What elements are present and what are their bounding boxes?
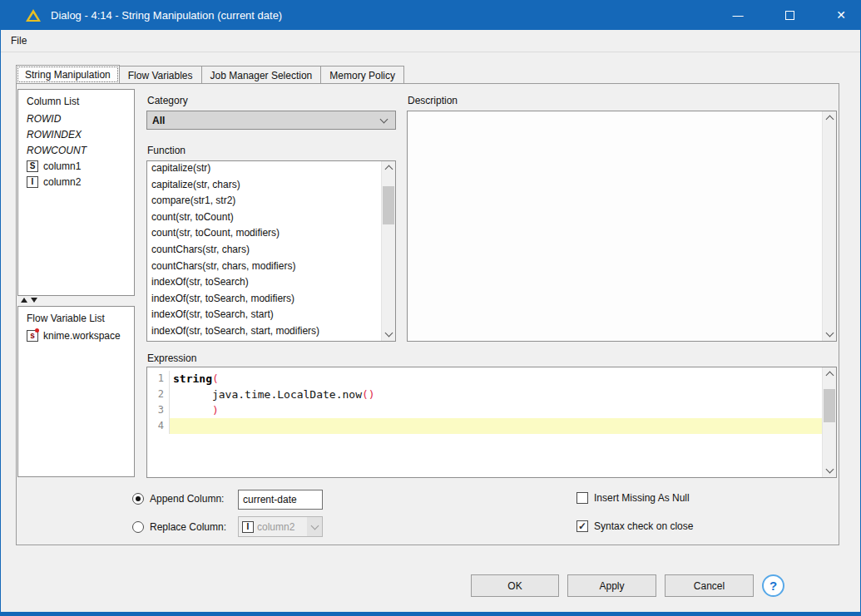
current-line-highlight [170, 418, 822, 434]
knime-workspace-label: knime.workspace [43, 330, 121, 342]
function-item[interactable]: indexOf(str, toSearch, start, modifiers) [147, 324, 381, 341]
tab-memory-policy[interactable]: Memory Policy [321, 66, 404, 84]
token-separator: ( [212, 372, 219, 385]
maximize-icon [785, 11, 794, 20]
expression-code[interactable]: 1 string( 2 java.time.LocalDate.now() 3 … [147, 367, 822, 477]
minimize-button[interactable]: — [719, 0, 757, 30]
knime-warning-icon [26, 9, 41, 22]
flow-variable-letter: s [30, 331, 35, 340]
chevron-down-icon [384, 329, 393, 338]
chevron-down-icon [825, 329, 834, 338]
split-up-icon[interactable] [21, 298, 27, 303]
scrollbar-thumb[interactable] [824, 389, 835, 422]
token-separator: () [362, 388, 375, 401]
syntax-check-option[interactable]: ✓ Syntax check on close [576, 520, 693, 532]
function-item[interactable]: indexOf(str, toSearch, start) [147, 308, 381, 324]
syntax-check-checkbox[interactable]: ✓ [576, 520, 588, 532]
list-item-knime-workspace[interactable]: s knime.workspace [18, 328, 134, 343]
close-button[interactable]: ✕ [822, 0, 860, 30]
scrollbar-thumb[interactable] [383, 186, 394, 224]
token-plain: java.time.LocalDate.now [173, 388, 362, 401]
list-item-rowid[interactable]: ROWID [18, 111, 134, 126]
list-item-column2[interactable]: I column2 [18, 174, 134, 190]
line-number: 3 [147, 402, 170, 418]
append-column-input[interactable] [238, 490, 323, 510]
column-list-title: Column List [18, 90, 134, 111]
list-item-rowcount[interactable]: ROWCOUNT [18, 142, 134, 158]
scroll-up-button[interactable] [382, 161, 395, 175]
line-number: 4 [147, 418, 170, 434]
tab-job-manager-selection[interactable]: Job Manager Selection [202, 66, 322, 84]
help-button[interactable]: ? [762, 574, 784, 597]
function-item[interactable]: compare(str1, str2) [147, 194, 381, 210]
replace-column-option[interactable]: Replace Column: [132, 521, 226, 533]
string-type-icon: S [27, 160, 38, 172]
line-number: 2 [147, 387, 170, 402]
apply-button[interactable]: Apply [567, 574, 656, 597]
function-item[interactable]: count(str, toCount) [147, 210, 381, 227]
chevron-down-icon [310, 521, 319, 530]
description-scrollbar[interactable] [822, 111, 836, 341]
expression-label: Expression [147, 352, 196, 364]
function-item[interactable]: indexOf(str, toSearch) [147, 275, 381, 292]
insert-missing-option[interactable]: Insert Missing As Null [576, 492, 690, 504]
function-item[interactable]: countChars(str, chars, modifiers) [147, 259, 381, 276]
function-label: Function [147, 145, 186, 156]
function-item[interactable]: capitalize(str) [147, 161, 381, 178]
list-item-column1[interactable]: S column1 [18, 158, 134, 174]
scroll-down-button[interactable] [823, 464, 836, 477]
menu-file[interactable]: File [4, 35, 33, 47]
split-down-icon[interactable] [31, 298, 37, 303]
function-item[interactable]: capitalize(str, chars) [147, 178, 381, 195]
code-line-2[interactable]: 2 java.time.LocalDate.now() [147, 387, 822, 402]
scroll-down-button[interactable] [382, 328, 395, 341]
function-scrollbar[interactable] [381, 161, 395, 341]
append-label: Append Column: [150, 493, 224, 505]
chevron-up-icon [384, 165, 393, 174]
function-item[interactable]: indexOf(str, toSearch, modifiers) [147, 292, 381, 308]
expression-editor[interactable]: 1 string( 2 java.time.LocalDate.now() 3 … [146, 367, 837, 478]
function-list: capitalize(str) capitalize(str, chars) c… [146, 160, 396, 342]
dialog-window: Dialog - 4:14 - String Manipulation (cur… [0, 0, 861, 616]
menu-bar: File [1, 30, 860, 52]
tab-string-manipulation[interactable]: String Manipulation [16, 65, 120, 84]
chevron-down-icon [825, 466, 834, 474]
cancel-button[interactable]: Cancel [665, 574, 754, 597]
flow-variable-string-icon: s [27, 330, 38, 342]
scroll-up-button[interactable] [823, 367, 836, 381]
category-select[interactable]: All [146, 111, 396, 130]
token-keyword: string [173, 372, 212, 385]
column1-label: column1 [43, 160, 81, 172]
description-content [408, 111, 822, 341]
maximize-button[interactable] [770, 0, 809, 30]
function-list-content: capitalize(str) capitalize(str, chars) c… [147, 161, 381, 341]
flow-variable-dot [35, 328, 39, 333]
token-separator: ) [173, 404, 219, 416]
flow-variable-list-panel: Flow Variable List s knime.workspace [17, 306, 135, 477]
list-item-rowindex[interactable]: ROWINDEX [18, 126, 134, 142]
code-line-3[interactable]: 3 ) [147, 402, 822, 418]
integer-type-icon: I [27, 176, 38, 188]
function-item[interactable]: countChars(str, chars) [147, 243, 381, 259]
append-column-option[interactable]: Append Column: [132, 493, 224, 505]
column-list-panel: Column List ROWID ROWINDEX ROWCOUNT S co… [17, 89, 135, 296]
replace-radio[interactable] [132, 521, 144, 533]
combo-chevron-zone [307, 517, 322, 536]
split-divider[interactable] [21, 298, 37, 303]
flow-variable-list-title: Flow Variable List [18, 307, 134, 328]
code-line-1[interactable]: 1 string( [147, 371, 822, 387]
scroll-down-button[interactable] [823, 328, 836, 341]
chevron-up-icon [825, 372, 834, 380]
insert-missing-checkbox[interactable] [576, 492, 588, 504]
insert-missing-label: Insert Missing As Null [594, 492, 690, 504]
ok-button[interactable]: OK [471, 574, 559, 597]
code-line-4-current[interactable]: 4 [147, 418, 822, 434]
expression-scrollbar[interactable] [822, 367, 836, 477]
replace-column-select[interactable]: I column2 [238, 516, 323, 537]
scroll-up-button[interactable] [823, 111, 836, 125]
function-item[interactable]: count(str, toCount, modifiers) [147, 226, 381, 243]
tab-flow-variables[interactable]: Flow Variables [120, 66, 202, 84]
title-bar: Dialog - 4:14 - String Manipulation (cur… [1, 0, 860, 30]
integer-type-icon: I [242, 521, 254, 533]
append-radio[interactable] [132, 493, 144, 505]
